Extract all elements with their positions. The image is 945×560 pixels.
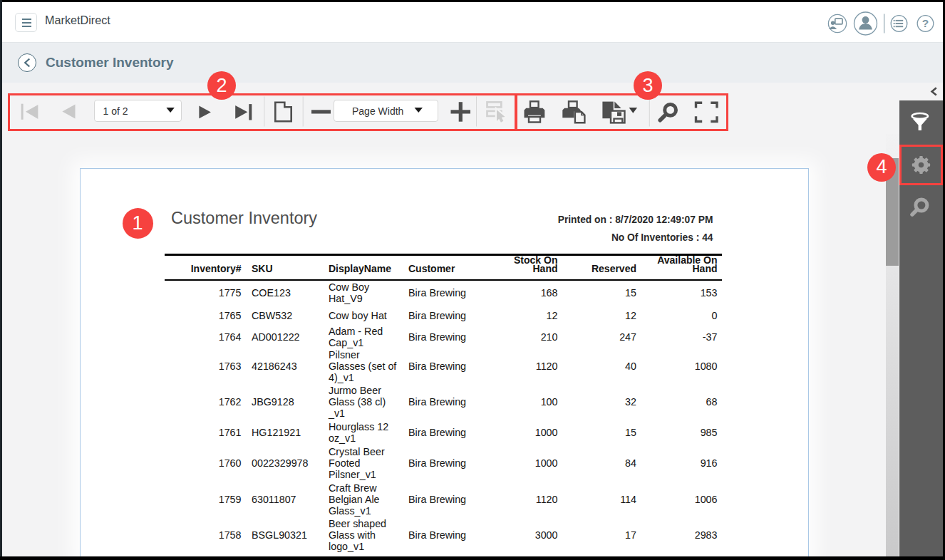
svg-text:?: ? xyxy=(922,17,929,29)
